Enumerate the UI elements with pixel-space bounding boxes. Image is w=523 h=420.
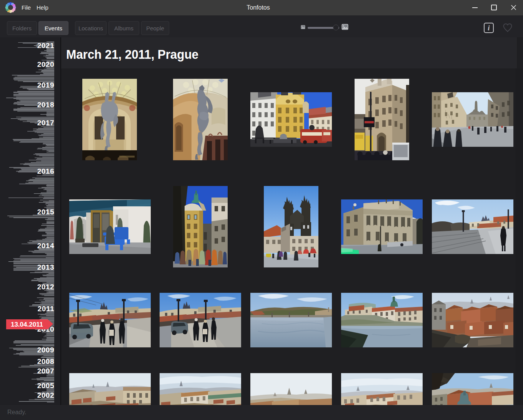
svg-text:13.04.2011: 13.04.2011 bbox=[11, 321, 43, 328]
